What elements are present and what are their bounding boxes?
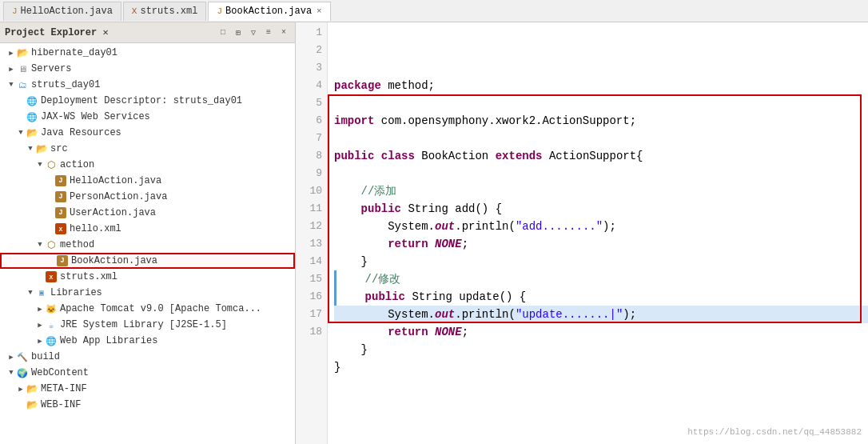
- expand-arrow-icon[interactable]: ▶: [6, 352, 16, 362]
- tab-close-icon[interactable]: ×: [317, 6, 322, 16]
- menu-icon[interactable]: ≡: [262, 26, 275, 39]
- web-icon: 🌐: [26, 94, 38, 107]
- code-area: 123456789101112131415161718 https://blog…: [296, 22, 868, 444]
- tree-item-label: PersonAction.java: [70, 191, 167, 202]
- tab-struts-xml[interactable]: Xstruts.xml: [123, 2, 207, 21]
- leaf-space: [35, 272, 45, 282]
- tree-item-user-action-file[interactable]: JUserAction.java: [0, 205, 295, 221]
- code-token: );: [603, 220, 616, 233]
- code-line-18: [334, 376, 868, 394]
- expand-arrow-icon[interactable]: ▼: [35, 240, 45, 250]
- tree-item-meta-inf[interactable]: ▶📂META-INF: [0, 381, 295, 397]
- code-token: "update.......|": [516, 308, 623, 321]
- leaf-space: [45, 224, 54, 234]
- code-token: }: [334, 343, 368, 356]
- xml-icon: X: [45, 270, 58, 283]
- tree-item-hibernate[interactable]: ▶📂hibernate_day01: [0, 45, 295, 61]
- tree-item-webcontent[interactable]: ▼🌍WebContent: [0, 365, 295, 381]
- tree-item-webapp-lib[interactable]: ▶🌐Web App Libraries: [0, 333, 295, 349]
- expand-arrow-icon[interactable]: ▶: [35, 336, 45, 346]
- expand-arrow-icon[interactable]: ▶: [6, 48, 16, 58]
- code-token: .println(: [455, 308, 516, 321]
- expand-arrow-icon[interactable]: ▶: [16, 384, 26, 394]
- expand-arrow-icon[interactable]: ▶: [35, 320, 45, 330]
- tree-item-hello-xml-file[interactable]: Xhello.xml: [0, 221, 295, 237]
- line-numbers: 123456789101112131415161718: [296, 22, 328, 444]
- leaf-space: [16, 96, 26, 106]
- code-token: [334, 326, 388, 338]
- expand-arrow-icon[interactable]: ▼: [26, 288, 35, 298]
- tree-item-build[interactable]: ▶🔨build: [0, 349, 295, 365]
- close-sidebar-icon[interactable]: ×: [277, 26, 290, 39]
- expand-arrow-icon[interactable]: ▼: [6, 368, 16, 378]
- expand-all-icon[interactable]: ⊞: [232, 26, 245, 39]
- line-number-8: 8: [296, 147, 322, 165]
- code-line-10: return NONE;: [334, 235, 868, 253]
- code-token: [338, 273, 365, 286]
- code-line-2: [334, 94, 868, 112]
- sidebar-title: Project Explorer ✕: [5, 26, 109, 38]
- code-line-5: public class BookAction extends ActionSu…: [334, 147, 868, 165]
- tree-item-src[interactable]: ▼📂src: [0, 141, 295, 157]
- tree-item-person-action-file[interactable]: JPersonAction.java: [0, 189, 295, 205]
- code-token: [428, 238, 435, 250]
- tree-item-action-pkg[interactable]: ▼⬡action: [0, 157, 295, 173]
- tree-item-struts-day01[interactable]: ▼🗂struts_day01: [0, 77, 295, 93]
- tree-item-libraries[interactable]: ▼▣Libraries: [0, 285, 295, 301]
- tab-label: struts.xml: [140, 6, 197, 17]
- line-number-14: 14: [296, 253, 322, 270]
- tree-item-method-pkg[interactable]: ▼⬡method: [0, 237, 295, 253]
- collapse-all-icon[interactable]: □: [217, 26, 229, 39]
- tab-book-action[interactable]: JBookAction.java×: [208, 2, 330, 21]
- code-content[interactable]: https://blog.csdn.net/qq_44853882 packag…: [328, 22, 868, 444]
- webcontent-icon: 🌍: [16, 366, 29, 379]
- line-number-2: 2: [296, 42, 322, 59]
- code-token: out: [435, 308, 455, 321]
- sidebar-header: Project Explorer ✕ □ ⊞ ▽ ≡ ×: [0, 22, 295, 43]
- code-line-3: import com.opensymphony.xwork2.ActionSup…: [334, 112, 868, 130]
- tree-item-label: WEB-INF: [41, 399, 81, 410]
- code-line-4: [334, 130, 868, 147]
- tree-item-label: action: [60, 159, 94, 170]
- expand-arrow-icon[interactable]: ▶: [35, 304, 45, 314]
- tree-item-hello-action-file[interactable]: JHelloAction.java: [0, 173, 295, 189]
- tree-item-label: Deployment Descriptor: struts_day01: [41, 95, 242, 106]
- java-icon: J: [56, 254, 69, 267]
- tree-item-jaxws[interactable]: 🌐JAX-WS Web Services: [0, 109, 295, 125]
- code-token: }: [334, 361, 340, 374]
- filter-icon[interactable]: ▽: [247, 26, 260, 39]
- tree-item-label: Servers: [31, 63, 71, 74]
- code-line-12: //修改: [334, 270, 868, 288]
- leaf-space: [16, 112, 26, 122]
- code-token: String: [401, 202, 455, 215]
- expand-arrow-icon[interactable]: ▼: [35, 160, 45, 170]
- tree-item-book-action-file[interactable]: JBookAction.java: [0, 253, 295, 269]
- expand-arrow-icon[interactable]: ▶: [6, 64, 16, 74]
- tree-item-java-resources[interactable]: ▼📂Java Resources: [0, 125, 295, 141]
- code-line-11: }: [334, 253, 868, 270]
- expand-arrow-icon[interactable]: ▼: [6, 80, 16, 90]
- code-token: return: [388, 238, 428, 250]
- tab-bar: JHelloAction.javaXstruts.xmlJBookAction.…: [0, 0, 868, 22]
- expand-arrow-icon[interactable]: ▼: [16, 128, 26, 138]
- tree-item-deployment[interactable]: 🌐Deployment Descriptor: struts_day01: [0, 93, 295, 109]
- tree-item-tomcat[interactable]: ▶🐱Apache Tomcat v9.0 [Apache Tomca...: [0, 301, 295, 317]
- tab-hello-action[interactable]: JHelloAction.java: [3, 2, 121, 21]
- folder-icon: 📂: [26, 398, 38, 411]
- expand-arrow-icon[interactable]: ▼: [26, 144, 35, 154]
- code-line-13: public String update() {: [334, 288, 868, 306]
- code-token: [334, 238, 388, 250]
- code-token: class: [381, 150, 415, 162]
- tree-item-web-inf[interactable]: 📂WEB-INF: [0, 397, 295, 413]
- tree-item-label: struts.xml: [60, 271, 117, 282]
- code-token: [338, 290, 365, 303]
- tree-item-struts-xml-file[interactable]: Xstruts.xml: [0, 269, 295, 285]
- tree-item-servers[interactable]: ▶🖥Servers: [0, 61, 295, 77]
- tree-item-jre[interactable]: ▶☕JRE System Library [J2SE-1.5]: [0, 317, 295, 333]
- code-token: //修改: [365, 273, 401, 286]
- web-icon: 🌐: [26, 110, 38, 123]
- code-token: return: [388, 326, 428, 338]
- code-token: com.opensymphony.xwork2.ActionSupport;: [374, 114, 636, 127]
- leaf-space: [45, 208, 54, 218]
- tree-item-label: hello.xml: [70, 223, 121, 234]
